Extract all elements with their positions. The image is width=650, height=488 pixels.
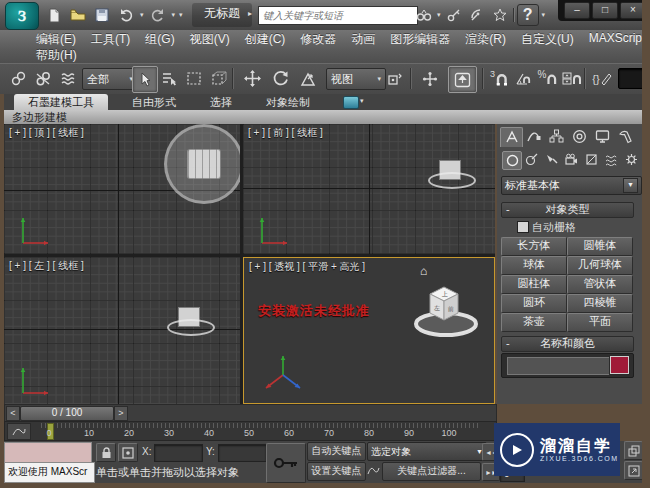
menu-group[interactable]: 组(G) [145, 31, 174, 48]
object-type-rollout-header[interactable]: - 对象类型 [501, 202, 634, 218]
viewport-top[interactable]: [ + ] [ 顶 ] [ 线框 ] [4, 124, 240, 254]
polygon-modeling-panel-label[interactable]: 多边形建模 [0, 111, 67, 123]
teapot-button[interactable]: 茶壶 [501, 313, 567, 332]
minimize-button[interactable]: – [564, 2, 590, 19]
viewport-front[interactable]: [ + ] [ 前 ] [ 线框 ] [243, 124, 495, 254]
category-lights[interactable] [542, 151, 560, 168]
cylinder-button[interactable]: 圆柱体 [501, 275, 567, 294]
viewcube-3d[interactable]: 上 左 前 [422, 284, 466, 328]
tab-display[interactable] [592, 127, 613, 146]
pyramid-button[interactable]: 四棱锥 [567, 294, 633, 313]
primitive-category-dropdown[interactable]: 标准基本体 ▼ [501, 176, 642, 195]
spinner-snap-toggle-button[interactable] [560, 66, 584, 91]
zoom-region-nav-button[interactable] [624, 441, 643, 460]
tab-create[interactable] [500, 127, 523, 147]
maximize-viewport-toggle-button[interactable] [624, 461, 643, 480]
track-bar[interactable]: 0 10 20 30 40 50 60 70 80 90 100 [4, 421, 497, 441]
qat-overflow-arrow[interactable]: ▾ [179, 11, 183, 19]
new-file-button[interactable] [44, 5, 64, 25]
category-shapes[interactable] [522, 151, 540, 168]
select-and-rotate-button[interactable] [268, 66, 292, 91]
viewcube-face[interactable] [187, 149, 221, 179]
select-and-scale-button[interactable] [296, 66, 320, 91]
viewcube-home-icon[interactable]: ⌂ [420, 264, 427, 278]
edit-named-selection-sets-button[interactable]: {} [588, 66, 616, 91]
help-dropdown-arrow[interactable]: ▾ [542, 11, 546, 19]
tab-modify[interactable] [523, 127, 544, 146]
viewport-front-label[interactable]: [ + ] [ 前 ] [ 线框 ] [248, 126, 323, 140]
menu-modifiers[interactable]: 修改器 [300, 31, 336, 48]
absolute-offset-mode-toggle[interactable] [118, 443, 138, 462]
category-helpers[interactable] [582, 151, 600, 168]
search-dropdown-arrow[interactable]: ▾ [437, 11, 441, 19]
app-logo-3dsmax[interactable]: Ɜ [5, 2, 39, 30]
torus-button[interactable]: 圆环 [501, 294, 567, 313]
maxscript-listener-welcome[interactable]: 欢迎使用 MAXScr [4, 462, 95, 483]
menu-tools[interactable]: 工具(T) [91, 31, 130, 48]
category-geometry[interactable] [502, 151, 522, 170]
sphere-button[interactable]: 球体 [501, 256, 567, 275]
selection-filter-dropdown[interactable]: 全部▾ [82, 68, 138, 90]
window-crossing-button[interactable] [207, 66, 231, 91]
menu-rendering[interactable]: 渲染(R) [465, 31, 506, 48]
viewport-left-label[interactable]: [ + ] [ 左 ] [ 线框 ] [9, 259, 84, 273]
reference-coordinate-dropdown[interactable]: 视图▾ [326, 68, 386, 90]
x-coordinate-field[interactable] [154, 444, 203, 462]
unlink-selection-button[interactable] [31, 66, 55, 91]
angle-snap-toggle-button[interactable] [511, 66, 535, 91]
ribbon-minimize-arrow[interactable]: ▾ [360, 97, 364, 105]
cone-button[interactable]: 圆锥体 [567, 237, 633, 256]
maxscript-mini-listener[interactable] [4, 442, 92, 463]
select-by-name-button[interactable] [157, 66, 181, 91]
tab-utilities[interactable] [615, 127, 636, 146]
name-color-rollout-header[interactable]: - 名称和颜色 [501, 336, 634, 352]
selection-lock-toggle[interactable] [96, 443, 116, 462]
viewport-perspective-label[interactable]: [ + ] [ 透视 ] [ 平滑 + 高光 ] [249, 260, 365, 274]
autogrid-checkbox[interactable] [517, 221, 529, 233]
tab-hierarchy[interactable] [546, 127, 567, 146]
time-slider-track[interactable]: < 0 / 100 > [4, 404, 497, 422]
search-binoculars-icon[interactable] [414, 5, 434, 25]
set-keys-button[interactable] [266, 443, 306, 483]
bind-to-space-warp-button[interactable] [56, 66, 80, 91]
plane-button[interactable]: 平面 [567, 313, 633, 332]
viewcube-top-view[interactable] [164, 124, 240, 204]
percent-snap-toggle-button[interactable]: % [536, 66, 560, 91]
favorites-star-icon[interactable] [490, 5, 510, 25]
maximize-button[interactable]: □ [592, 2, 618, 19]
menu-create[interactable]: 创建(C) [245, 31, 286, 48]
snaps-toggle-button[interactable]: 3 [487, 66, 511, 91]
viewport-top-label[interactable]: [ + ] [ 顶 ] [ 线框 ] [9, 126, 84, 140]
previous-frame-button[interactable]: < [6, 406, 20, 421]
infocenter-search-input[interactable] [258, 6, 418, 25]
subscription-key-icon[interactable] [444, 5, 464, 25]
menu-graph-editors[interactable]: 图形编辑器 [390, 31, 450, 48]
help-button[interactable]: ? [517, 4, 539, 26]
menu-edit[interactable]: 编辑(E) [36, 31, 76, 48]
redo-button[interactable] [148, 5, 168, 25]
menu-maxscript[interactable]: MAXScript(M) [589, 31, 650, 48]
rectangular-selection-region-button[interactable] [182, 66, 206, 91]
menu-animation[interactable]: 动画 [351, 31, 375, 48]
undo-dropdown-arrow[interactable]: ▾ [140, 11, 144, 19]
undo-button[interactable] [116, 5, 136, 25]
key-filters-button[interactable]: 关键点过滤器... [382, 462, 481, 481]
open-file-button[interactable] [68, 5, 88, 25]
select-and-link-button[interactable] [6, 66, 30, 91]
tube-button[interactable]: 管状体 [567, 275, 633, 294]
viewport-left[interactable]: [ + ] [ 左 ] [ 线框 ] [4, 257, 240, 404]
menu-help[interactable]: 帮助(H) [36, 47, 77, 64]
infocenter-expand-arrow[interactable]: ▸ [248, 9, 252, 18]
tab-motion[interactable] [569, 127, 590, 146]
category-cameras[interactable] [562, 151, 580, 168]
select-object-button[interactable] [132, 66, 158, 93]
y-coordinate-field[interactable] [218, 444, 267, 462]
box-button[interactable]: 长方体 [501, 237, 567, 256]
object-name-input[interactable] [507, 357, 611, 375]
next-frame-button[interactable]: > [114, 406, 128, 421]
communication-center-icon[interactable] [467, 5, 487, 25]
ribbon-config-icon[interactable] [343, 96, 359, 109]
redo-dropdown-arrow[interactable]: ▾ [172, 11, 176, 19]
selection-set-dropdown[interactable]: 选定对象 ▼ [367, 442, 487, 461]
geosphere-button[interactable]: 几何球体 [567, 256, 633, 275]
